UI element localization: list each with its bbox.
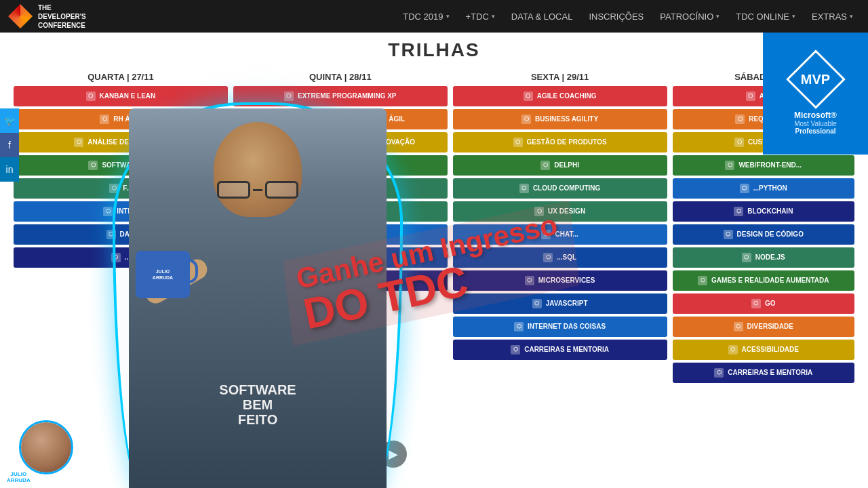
mvp-text: MVP bbox=[801, 72, 830, 87]
track-icon: ⬡ bbox=[714, 368, 724, 378]
track-icon: ⬡ bbox=[514, 322, 524, 331]
site-logo[interactable]: THE DEVELOPER'S CONFERENCE bbox=[8, 3, 86, 30]
track-design-codigo[interactable]: ⬡ DESIGN DE CÓDIGO bbox=[673, 224, 854, 245]
glasses bbox=[217, 180, 298, 200]
nav-plus-tdc[interactable]: +TDC ▾ bbox=[459, 7, 502, 26]
track-blockchain[interactable]: ⬡ BLOCKCHAIN bbox=[673, 201, 854, 222]
track-icon: ⬡ bbox=[532, 299, 542, 308]
column-header-sexta: SEXTA | 29/11 bbox=[453, 72, 667, 82]
track-icon: ⬡ bbox=[521, 115, 531, 124]
track-business-agility[interactable]: ⬡ BUSINESS AGILITY bbox=[453, 109, 667, 129]
track-icon: ⬡ bbox=[543, 253, 553, 262]
chevron-down-icon: ▾ bbox=[492, 13, 495, 20]
linkedin-button[interactable]: in bbox=[0, 157, 19, 182]
track-javascript[interactable]: ⬡ JAVASCRIPT bbox=[453, 293, 667, 314]
person-overlay: SOFTWARE BEM FEITO JULIOARRUDA bbox=[81, 54, 434, 488]
track-gestao-produtos[interactable]: ⬡ GESTÃO DE PRODUTOS bbox=[453, 132, 667, 152]
person-head bbox=[214, 122, 302, 217]
logo-diamond bbox=[8, 4, 33, 28]
track-carreiras-sexta[interactable]: ⬡ CARREIRAS E MENTORIA bbox=[453, 340, 667, 360]
chevron-down-icon: ▾ bbox=[446, 13, 450, 20]
track-icon: ⬡ bbox=[734, 207, 743, 216]
track-ux[interactable]: ⬡ UX DESIGN bbox=[453, 201, 667, 222]
track-python[interactable]: ⬡ ...PYTHON bbox=[673, 178, 854, 199]
track-icon: ⬡ bbox=[524, 92, 533, 101]
mvp-diamond: MVP bbox=[786, 49, 846, 109]
linkedin-icon: in bbox=[6, 164, 14, 175]
avatar-image bbox=[21, 422, 71, 472]
track-icon: ⬡ bbox=[734, 138, 744, 147]
chevron-down-icon: ▾ bbox=[716, 13, 719, 20]
track-nodejs[interactable]: ⬡ NODE.JS bbox=[673, 247, 854, 268]
track-acessibilidade[interactable]: ⬡ ACESSIBILIDADE bbox=[673, 340, 854, 360]
track-icon: ⬡ bbox=[751, 299, 761, 308]
twitter-button[interactable]: 🐦 bbox=[0, 108, 19, 133]
shirt-text: SOFTWARE BEM FEITO bbox=[219, 382, 296, 427]
track-icon: ⬡ bbox=[534, 207, 544, 216]
nav-inscricoes[interactable]: INSCRIÇÕES bbox=[582, 7, 650, 26]
track-web-frontend[interactable]: ⬡ WEB/FRONT-END... bbox=[673, 155, 854, 176]
nav-extras[interactable]: EXTRAS ▾ bbox=[805, 7, 860, 26]
chevron-down-icon: ▾ bbox=[850, 13, 853, 20]
track-icon: ⬡ bbox=[513, 138, 523, 147]
column-sexta: SEXTA | 29/11 ⬡ AGILE COACHING ⬡ BUSINES… bbox=[453, 72, 667, 386]
track-icon: ⬡ bbox=[540, 161, 550, 170]
track-icon: ⬡ bbox=[519, 184, 529, 193]
track-icon: ⬡ bbox=[740, 184, 749, 193]
track-icon: ⬡ bbox=[541, 230, 551, 239]
logo-text: THE DEVELOPER'S CONFERENCE bbox=[38, 3, 86, 30]
facebook-icon: f bbox=[8, 140, 11, 150]
track-go[interactable]: ⬡ GO bbox=[673, 293, 854, 314]
nav-patrocinio[interactable]: PATROCÍNIO ▾ bbox=[653, 7, 726, 26]
track-cloud[interactable]: ⬡ CLOUD COMPUTING bbox=[453, 178, 667, 199]
track-agile-coaching[interactable]: ⬡ AGILE COACHING bbox=[453, 86, 667, 106]
track-icon: ⬡ bbox=[725, 161, 734, 170]
mvp-badge: MVP Microsoft® Most Valuable Professiona… bbox=[763, 33, 868, 155]
track-icon: ⬡ bbox=[735, 115, 745, 124]
mvp-microsoft: Microsoft® bbox=[794, 110, 837, 120]
mug: JULIOARRUDA bbox=[136, 251, 190, 298]
track-iot[interactable]: ⬡ INTERNET DAS COISAS bbox=[453, 317, 667, 337]
avatar-label: JULIO ARRUDA bbox=[7, 471, 31, 484]
track-chat[interactable]: ⬡ CHAT... bbox=[453, 224, 667, 245]
person-body: SOFTWARE BEM FEITO JULIOARRUDA bbox=[129, 108, 387, 488]
track-microservices[interactable]: ⬡ MICROSERVICES bbox=[453, 270, 667, 291]
track-games[interactable]: ⬡ GAMES E REALIDADE AUMENTADA bbox=[673, 270, 854, 291]
track-icon: ⬡ bbox=[746, 92, 755, 101]
mvp-title: Professional bbox=[795, 127, 835, 135]
track-delphi[interactable]: ⬡ DELPHI bbox=[453, 155, 667, 176]
nav-tdc-online[interactable]: TDC ONLINE ▾ bbox=[729, 7, 802, 26]
track-diversidade[interactable]: ⬡ DIVERSIDADE bbox=[673, 317, 854, 337]
facebook-button[interactable]: f bbox=[0, 133, 19, 157]
twitter-icon: 🐦 bbox=[4, 115, 16, 126]
navbar: THE DEVELOPER'S CONFERENCE TDC 2019 ▾ +T… bbox=[0, 0, 868, 33]
track-icon: ⬡ bbox=[734, 322, 743, 331]
track-sql[interactable]: ⬡ ...SQL bbox=[453, 247, 667, 268]
track-icon: ⬡ bbox=[698, 276, 707, 285]
nav-data-local[interactable]: DATA & LOCAL bbox=[505, 7, 580, 26]
nav-links: TDC 2019 ▾ +TDC ▾ DATA & LOCAL INSCRIÇÕE… bbox=[396, 7, 860, 26]
track-icon: ⬡ bbox=[511, 345, 520, 354]
track-carreiras-sabado[interactable]: ⬡ CARREIRAS E MENTORIA bbox=[673, 363, 854, 383]
avatar bbox=[19, 420, 73, 474]
track-icon: ⬡ bbox=[728, 345, 738, 354]
track-icon: ⬡ bbox=[724, 230, 733, 239]
nav-tdc2019[interactable]: TDC 2019 ▾ bbox=[396, 7, 456, 26]
mvp-subtitle: Most Valuable bbox=[794, 120, 837, 127]
chevron-down-icon: ▾ bbox=[792, 13, 795, 20]
social-sidebar: 🐦 f in bbox=[0, 108, 19, 182]
track-icon: ⬡ bbox=[742, 253, 751, 262]
track-icon: ⬡ bbox=[525, 276, 534, 285]
